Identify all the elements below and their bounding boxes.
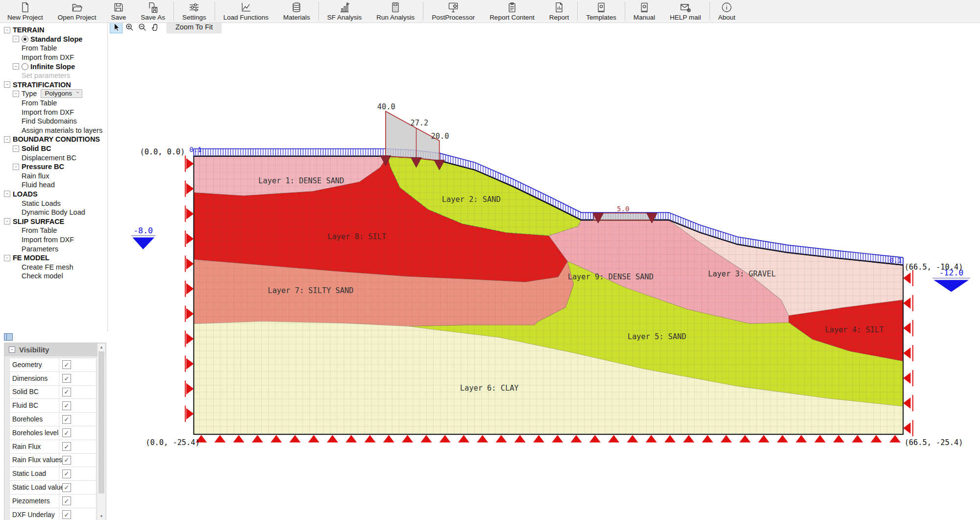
stratification-type-select[interactable]: Polygons [41,89,82,98]
water-level-right[interactable]: -12.0 [932,268,970,292]
radio-selected-icon[interactable] [22,36,28,43]
panel-grid-icon[interactable] [4,333,13,341]
checkbox-checked[interactable]: ✓ [62,360,71,369]
tree-item-label: BOUNDARY CONDITIONS [13,135,100,143]
bc-triangle-icon [903,322,910,334]
bc-triangle-icon [739,435,751,443]
tree-item-stratification[interactable]: −STRATIFICATION [0,80,107,90]
checkbox-checked[interactable]: ✓ [62,510,71,519]
toolbar-button-save-as[interactable]: Save As [133,0,172,23]
tree-item-rain-flux[interactable]: Rain flux [0,172,107,181]
bc-triangle-icon [186,383,194,395]
toolbar-button-new-project[interactable]: New Project [0,0,50,23]
tree-item-create-fe-mesh[interactable]: Create FE mesh [0,262,107,272]
tree-item-import-from-dxf[interactable]: Import from DXF [0,235,107,245]
tree-item-label: Find Subdomains [22,117,77,125]
tree-item-set-parameters[interactable]: Set parameters [0,71,107,80]
toolbar-button-open-project[interactable]: Open Project [50,0,104,23]
tree-item-static-loads[interactable]: Static Loads [0,198,107,208]
tree-item-from-table[interactable]: From Table [0,226,107,235]
collapse-icon[interactable]: − [4,81,10,88]
collapse-icon[interactable]: − [4,27,10,33]
tree-item-check-model[interactable]: Check model [0,272,107,281]
toolbar-button-settings[interactable]: Settings [175,0,214,23]
checkbox-checked[interactable]: ✓ [62,374,71,383]
tree-item-solid-bc[interactable]: −Solid BC [0,144,107,153]
collapse-icon[interactable]: − [13,63,19,70]
visibility-header[interactable]: − Visibility [4,343,106,356]
tree-item-type[interactable]: −TypePolygons [0,89,107,99]
checkbox-checked[interactable]: ✓ [62,415,71,424]
zoom-in-icon [125,23,134,32]
checkbox-checked[interactable]: ✓ [62,442,71,451]
collapse-icon[interactable]: − [9,347,15,353]
checkbox-checked[interactable]: ✓ [62,401,71,410]
toolbar-button-sf-analysis[interactable]: SF Analysis [320,0,369,23]
scroll-up-icon[interactable]: ▲ [98,344,105,351]
checkbox-checked[interactable]: ✓ [62,428,71,437]
checkbox-checked[interactable]: ✓ [62,470,71,478]
tree-item-fe-model[interactable]: −FE MODEL [0,253,107,263]
bc-triangle-icon [186,333,194,345]
tree-item-loads[interactable]: −LOADS [0,190,107,199]
surcharge-load[interactable]: 40.0 27.2 20.0 [377,102,449,170]
tree-item-infinite-slope[interactable]: −Infinite Slope [0,62,107,71]
scroll-down-icon[interactable]: ▼ [98,513,105,520]
tree-item-boundary-conditions[interactable]: −BOUNDARY CONDITIONS [0,135,107,144]
toolbar-button-load-functions[interactable]: Load Functions [216,0,276,23]
toolbar-button-help-mail[interactable]: HELP mail [662,0,709,23]
visibility-item-label: Static Load [10,467,59,480]
tree-item-dynamic-body-load[interactable]: Dynamic Body Load [0,208,107,217]
surcharge-value-1: 40.0 [377,102,395,111]
bc-triangle-icon [186,183,194,195]
collapse-icon[interactable]: − [4,255,10,261]
checkbox-checked[interactable]: ✓ [62,496,71,505]
checkbox-checked[interactable]: ✓ [62,456,71,465]
collapse-icon[interactable]: − [4,136,10,143]
checkbox-checked[interactable]: ✓ [62,483,71,492]
toolbar-button-manual[interactable]: Manual [626,0,662,23]
toolbar-button-run-analysis[interactable]: Run Analysis [369,0,422,23]
collapse-icon[interactable]: − [4,218,10,224]
toolbar-separator [710,2,710,21]
water-level-left[interactable]: -8.0 [131,226,156,249]
toolbar-button-report[interactable]: Report [542,0,577,23]
tree-item-standard-slope[interactable]: −Standard Slope [0,35,107,44]
tree-item-from-table[interactable]: From Table [0,99,107,108]
settings-icon [188,1,200,13]
scrollbar-thumb[interactable] [98,351,104,494]
tree-item-import-from-dxf[interactable]: Import from DXF [0,53,107,62]
tree-item-pressure-bc[interactable]: −Pressure BC [0,162,107,172]
toolbar-button-postprocessor[interactable]: PostProcessor [424,0,482,23]
tree-item-fluid-head[interactable]: Fluid head [0,180,107,190]
collapse-icon[interactable]: − [13,36,19,42]
toolbar-button-save[interactable]: Save [104,0,134,23]
radio-unselected-icon[interactable] [22,63,28,70]
collapse-icon[interactable]: − [13,146,19,152]
toolbar-button-templates[interactable]: Templates [579,0,624,23]
tree-item-terrain[interactable]: −TERRAIN [0,25,107,35]
toolbar-button-label: Save As [141,14,165,21]
tree-item-assign-materials-to-layers[interactable]: Assign materials to layers [0,126,107,135]
tree-item-displacement-bc[interactable]: Displacement BC [0,153,107,162]
tree-item-find-subdomains[interactable]: Find Subdomains [0,117,107,126]
manual-icon [638,1,650,13]
visibility-row-static-load: Static Load✓ [9,467,97,481]
toolbar-button-report-content[interactable]: Report Content [482,0,542,23]
tree-item-parameters[interactable]: Parameters [0,244,107,253]
tree-item-from-table[interactable]: From Table [0,44,107,53]
bc-triangle-icon [903,422,910,434]
tree-item-import-from-dxf[interactable]: Import from DXF [0,107,107,117]
toolbar-button-materials[interactable]: Materials [276,0,318,23]
bc-triangle-icon [871,435,882,443]
collapse-icon[interactable]: − [13,164,19,170]
tree-item-label: Import from DXF [22,236,74,244]
checkbox-checked[interactable]: ✓ [62,388,71,396]
collapse-icon[interactable]: − [13,91,19,97]
toolbar-button-about[interactable]: About [711,0,743,23]
layer-3-label: Layer 3: GRAVEL [708,270,776,278]
tree-item-slip-surface[interactable]: −SLIP SURFACE [0,217,107,226]
model-canvas[interactable]: 40.0 27.2 20.0 5.0 -8.0 -12.0 (0.0, 0.0) [0,0,980,520]
collapse-icon[interactable]: − [4,191,10,197]
visibility-scrollbar[interactable]: ▲ ▼ [98,344,105,520]
